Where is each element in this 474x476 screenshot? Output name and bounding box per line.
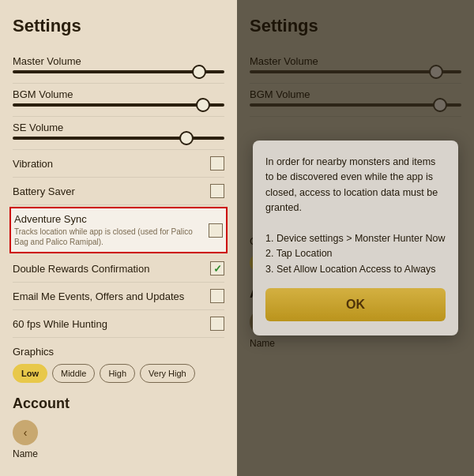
- double-rewards-row: Double Rewards Confirmation: [13, 255, 224, 283]
- se-volume-thumb[interactable]: [179, 131, 194, 145]
- graphics-middle-btn[interactable]: Middle: [52, 364, 95, 383]
- master-volume-row: Master Volume: [13, 51, 224, 84]
- fps-row: 60 fps While Hunting: [13, 310, 224, 338]
- battery-saver-row: Battery Saver: [13, 178, 224, 205]
- left-account-back-btn[interactable]: ‹: [13, 420, 38, 445]
- se-volume-row: SE Volume: [13, 117, 224, 150]
- master-volume-track[interactable]: [13, 70, 224, 73]
- double-rewards-label: Double Rewards Confirmation: [13, 263, 149, 275]
- master-volume-label: Master Volume: [13, 55, 224, 67]
- graphics-section: Graphics Low Middle High Very High: [13, 338, 224, 388]
- bgm-volume-label: BGM Volume: [13, 88, 224, 100]
- modal-overlay: In order for nearby monsters and items t…: [237, 0, 474, 476]
- vibration-row: Vibration: [13, 150, 224, 178]
- master-volume-thumb[interactable]: [192, 65, 206, 79]
- adventure-sync-sublabel: Tracks location while app is closed (use…: [14, 227, 202, 247]
- fps-label: 60 fps While Hunting: [13, 318, 107, 330]
- vibration-checkbox[interactable]: [210, 156, 224, 171]
- email-events-checkbox[interactable]: [210, 289, 224, 303]
- left-account-name-label: Name: [13, 448, 224, 459]
- se-volume-label: SE Volume: [13, 122, 224, 133]
- left-back-icon: ‹: [24, 426, 28, 439]
- email-events-label: Email Me Events, Offers and Updates: [13, 290, 184, 302]
- adventure-sync-label: Adventure Sync: [14, 213, 202, 225]
- right-settings-panel: Settings Master Volume BGM Volume In ord…: [237, 0, 474, 476]
- se-volume-track[interactable]: [13, 137, 224, 140]
- bgm-volume-track[interactable]: [13, 103, 224, 107]
- graphics-veryhigh-btn[interactable]: Very High: [140, 364, 195, 383]
- graphics-high-btn[interactable]: High: [100, 364, 135, 383]
- fps-checkbox[interactable]: [210, 317, 224, 331]
- modal-text: In order for nearby monsters and items t…: [265, 155, 446, 277]
- modal-ok-button[interactable]: OK: [265, 288, 446, 321]
- left-panel-title: Settings: [13, 16, 224, 36]
- adventure-sync-row: Adventure Sync Tracks location while app…: [9, 207, 228, 253]
- double-rewards-checkbox[interactable]: [210, 261, 224, 275]
- adventure-sync-checkbox[interactable]: [209, 223, 223, 238]
- modal-box: In order for nearby monsters and items t…: [253, 141, 458, 335]
- graphics-buttons: Low Middle High Very High: [13, 364, 224, 383]
- left-account-section: Account ‹ Name: [13, 388, 224, 459]
- graphics-label: Graphics: [13, 346, 224, 358]
- battery-saver-label: Battery Saver: [13, 186, 75, 197]
- left-settings-panel: Settings Master Volume BGM Volume SE Vol…: [0, 0, 237, 476]
- battery-saver-checkbox[interactable]: [210, 184, 224, 198]
- bgm-volume-thumb[interactable]: [196, 98, 210, 112]
- graphics-low-btn[interactable]: Low: [13, 364, 47, 383]
- email-events-row: Email Me Events, Offers and Updates: [13, 283, 224, 310]
- vibration-label: Vibration: [13, 158, 53, 170]
- bgm-volume-row: BGM Volume: [13, 84, 224, 117]
- left-account-title: Account: [13, 395, 224, 412]
